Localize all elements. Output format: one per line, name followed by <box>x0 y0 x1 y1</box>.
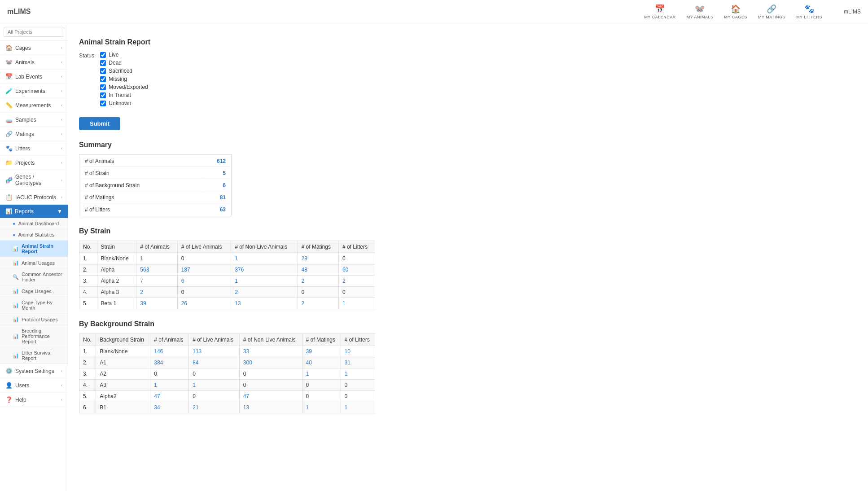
sidebar-item-projects[interactable]: 📁 Projects ‹ <box>0 156 68 170</box>
table-cell-number[interactable]: 384 <box>150 357 189 368</box>
table-cell-number[interactable]: 1 <box>302 368 341 380</box>
table-cell-number[interactable]: 39 <box>136 298 177 309</box>
submenu-animal-dashboard[interactable]: ● Animal Dashboard <box>0 218 68 229</box>
table-cell-number[interactable]: 376 <box>231 264 298 276</box>
table-cell-number: 0 <box>302 391 341 402</box>
table-cell-number[interactable]: 1 <box>189 380 240 391</box>
sidebar-item-litters[interactable]: 🐾 Litters ‹ <box>0 141 68 156</box>
nav-animals[interactable]: 🐭 MY ANIMALS <box>687 4 714 19</box>
sidebar-item-samples[interactable]: 🧫 Samples ‹ <box>0 113 68 127</box>
table-cell-number[interactable]: 2 <box>136 287 177 298</box>
table-cell-number[interactable]: 1 <box>231 276 298 287</box>
status-checkbox-sacrificed[interactable] <box>100 68 106 74</box>
sidebar-item-system-settings[interactable]: ⚙️ System Settings ‹ <box>0 364 68 378</box>
sidebar-item-reports[interactable]: 📊 Reports ▼ <box>0 205 68 218</box>
table-cell-number[interactable]: 1 <box>341 368 375 380</box>
summary-row: # of Background Strain 6 <box>80 180 230 191</box>
submenu-common-ancestor[interactable]: 🔍 Common Ancestor Finder <box>0 269 68 285</box>
table-cell-number[interactable]: 113 <box>189 346 240 357</box>
table-cell-number[interactable]: 2 <box>298 298 338 309</box>
table-cell-number[interactable]: 31 <box>341 357 375 368</box>
sidebar-item-lab-events[interactable]: 📅 Lab Events ‹ <box>0 70 68 84</box>
by-background-strain-section: By Background Strain No.Background Strai… <box>79 320 857 413</box>
chevron-icon: ‹ <box>61 397 62 402</box>
table-cell-number[interactable]: 84 <box>189 357 240 368</box>
table-cell-number[interactable]: 1 <box>338 298 375 309</box>
sidebar-item-experiments[interactable]: 🧪 Experiments ‹ <box>0 84 68 98</box>
table-cell-number[interactable]: 300 <box>239 357 302 368</box>
table-cell-number[interactable]: 13 <box>239 402 302 413</box>
table-cell-number[interactable]: 60 <box>338 264 375 276</box>
table-cell-number[interactable]: 21 <box>189 402 240 413</box>
reports-sidebar-icon: 📊 <box>5 208 12 215</box>
submenu-cage-type-by-month[interactable]: 📊 Cage Type By Month <box>0 297 68 314</box>
status-checkbox-dead[interactable] <box>100 60 106 66</box>
submenu-animal-strain-report[interactable]: 📊 Animal Strain Report <box>0 241 68 257</box>
nav-calendar[interactable]: 📅 MY CALENDAR <box>644 4 675 19</box>
sidebar-item-animals[interactable]: 🐭 Animals ‹ <box>0 55 68 70</box>
table-cell-number[interactable]: 47 <box>150 391 189 402</box>
nav-litters[interactable]: 🐾 MY LITTERS <box>796 4 822 19</box>
status-checkbox-missing[interactable] <box>100 76 106 82</box>
table-cell-number[interactable]: 34 <box>150 402 189 413</box>
status-checkbox-in-transit[interactable] <box>100 92 106 98</box>
sidebar-item-users[interactable]: 👤 Users ‹ <box>0 378 68 393</box>
table-cell: 3. <box>79 368 96 380</box>
by-strain-section: By Strain No.Strain# of Animals# of Live… <box>79 227 857 309</box>
page-title: Animal Strain Report <box>79 38 857 46</box>
table-cell-number[interactable]: 2 <box>298 276 338 287</box>
table-cell-number[interactable]: 40 <box>302 357 341 368</box>
project-search-input[interactable] <box>4 27 64 37</box>
projects-sidebar-icon: 📁 <box>5 159 13 166</box>
table-cell: 2. <box>79 357 96 368</box>
table-cell-number[interactable]: 1 <box>302 402 341 413</box>
submenu-animal-statistics[interactable]: ● Animal Statistics <box>0 229 68 241</box>
table-cell-number[interactable]: 2 <box>338 276 375 287</box>
table-cell-number[interactable]: 563 <box>136 264 177 276</box>
table-cell-number[interactable]: 47 <box>239 391 302 402</box>
submit-button[interactable]: Submit <box>79 117 120 130</box>
table-cell-number[interactable]: 7 <box>136 276 177 287</box>
summary-row: # of Matings 81 <box>80 192 230 203</box>
table-cell-number[interactable]: 13 <box>231 298 298 309</box>
table-cell-number[interactable]: 10 <box>341 346 375 357</box>
table-cell-number[interactable]: 187 <box>177 264 231 276</box>
table-cell-number[interactable]: 6 <box>177 276 231 287</box>
submenu-protocol-usages[interactable]: 📊 Protocol Usages <box>0 314 68 325</box>
nav-matings[interactable]: 🔗 MY MATINGS <box>758 4 785 19</box>
sidebar-item-matings[interactable]: 🔗 Matings ‹ <box>0 127 68 141</box>
submenu-breeding-performance[interactable]: 📊 Breeding Performance Report <box>0 325 68 347</box>
sidebar-item-cages[interactable]: 🏠 Cages ‹ <box>0 41 68 55</box>
table-cell-strain: Alpha 2 <box>97 276 136 287</box>
status-checkbox-unknown[interactable] <box>100 101 106 106</box>
submenu-litter-survival[interactable]: 📊 Litter Survival Report <box>0 347 68 364</box>
sidebar-item-genes[interactable]: 🧬 Genes / Genotypes ‹ <box>0 170 68 190</box>
sidebar-item-help[interactable]: ❓ Help ‹ <box>0 393 68 407</box>
table-cell-number[interactable]: 1 <box>150 380 189 391</box>
table-cell-number[interactable]: 29 <box>298 253 338 264</box>
strain-table-header: Strain <box>97 241 136 253</box>
table-cell-number[interactable]: 39 <box>302 346 341 357</box>
nav-cages[interactable]: 🏠 MY CAGES <box>724 4 747 19</box>
chart-icon: 📊 <box>13 333 19 339</box>
table-cell-number[interactable]: 2 <box>231 287 298 298</box>
sidebar-item-measurements[interactable]: 📏 Measurements ‹ <box>0 98 68 113</box>
strain-table-header: # of Animals <box>136 241 177 253</box>
table-cell-number[interactable]: 26 <box>177 298 231 309</box>
table-cell-number[interactable]: 1 <box>231 253 298 264</box>
submenu-animal-usages[interactable]: 📊 Animal Usages <box>0 257 68 269</box>
bg-strain-table-row: 1. Blank/None 146 113 33 39 10 <box>79 346 375 357</box>
table-cell-number[interactable]: 1 <box>136 253 177 264</box>
submenu-cage-usages[interactable]: 📊 Cage Usages <box>0 285 68 297</box>
sidebar-item-iacuc[interactable]: 📋 IACUC Protocols ‹ <box>0 190 68 205</box>
table-cell-number[interactable]: 146 <box>150 346 189 357</box>
table-cell: 4. <box>79 380 96 391</box>
summary-row-label: # of Strain <box>80 168 202 179</box>
strain-table-row: 1. Blank/None 101290 <box>79 253 375 264</box>
table-cell-number[interactable]: 48 <box>298 264 338 276</box>
table-cell-number[interactable]: 1 <box>341 402 375 413</box>
table-cell-number[interactable]: 33 <box>239 346 302 357</box>
status-checkbox-live[interactable] <box>100 52 106 58</box>
status-checkbox-moved[interactable] <box>100 84 106 90</box>
litters-icon: 🐾 <box>804 4 815 14</box>
